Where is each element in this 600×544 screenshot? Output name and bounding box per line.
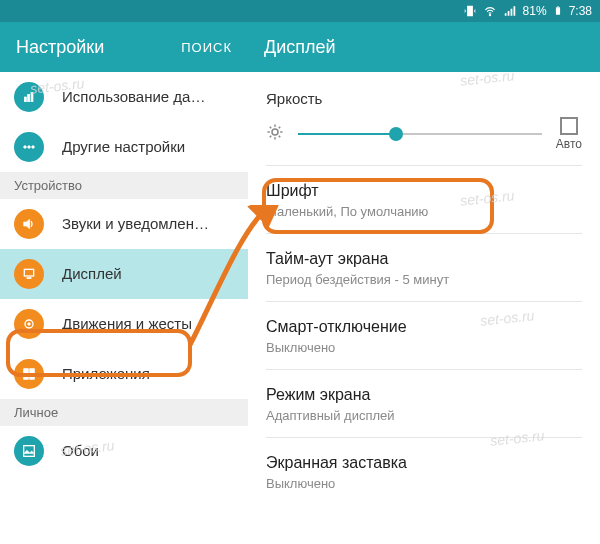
display-icon: [14, 259, 44, 289]
row-sub: Адаптивный дисплей: [266, 408, 582, 423]
sidebar-item-label: Другие настройки: [62, 138, 185, 155]
sidebar-item-sounds[interactable]: Звуки и уведомлен…: [0, 199, 248, 249]
svg-rect-3: [24, 97, 26, 102]
row-title: Режим экрана: [266, 386, 582, 404]
apps-icon: [14, 359, 44, 389]
row-sub: Маленький, По умолчанию: [266, 204, 582, 219]
sidebar-item-label: Обои: [62, 442, 99, 459]
svg-rect-2: [557, 6, 559, 7]
row-sub: Период бездействия - 5 минут: [266, 272, 582, 287]
settings-header: Настройки ПОИСК: [0, 22, 248, 72]
svg-rect-15: [24, 374, 29, 379]
settings-list: Использование да… Другие настройки Устро…: [0, 72, 248, 544]
sidebar-item-display[interactable]: Дисплей: [0, 249, 248, 299]
bars-icon: [14, 82, 44, 112]
sidebar-item-wallpaper[interactable]: Обои: [0, 426, 248, 476]
sidebar-item-data-usage[interactable]: Использование да…: [0, 72, 248, 122]
dots-icon: [14, 132, 44, 162]
status-bar: 81% 7:38: [0, 0, 600, 22]
sidebar-item-label: Движения и жесты: [62, 315, 192, 332]
brightness-slider[interactable]: [298, 124, 542, 144]
svg-point-12: [28, 322, 31, 325]
svg-rect-4: [28, 94, 30, 101]
sidebar-item-apps[interactable]: Приложения: [0, 349, 248, 399]
battery-icon: [553, 4, 563, 18]
display-header: Дисплей: [248, 22, 600, 72]
svg-point-8: [32, 145, 35, 148]
battery-percent: 81%: [523, 4, 547, 18]
display-title: Дисплей: [264, 37, 336, 58]
row-sub: Выключено: [266, 476, 582, 491]
row-title: Смарт-отключение: [266, 318, 582, 336]
row-timeout[interactable]: Тайм-аут экрана Период бездействия - 5 м…: [266, 234, 582, 302]
settings-title: Настройки: [16, 37, 104, 58]
svg-rect-16: [30, 374, 35, 379]
search-button[interactable]: ПОИСК: [181, 40, 232, 55]
svg-point-7: [28, 145, 31, 148]
row-title: Тайм-аут экрана: [266, 250, 582, 268]
row-screen-mode[interactable]: Режим экрана Адаптивный дисплей: [266, 370, 582, 438]
svg-rect-14: [30, 368, 35, 373]
svg-point-6: [24, 145, 27, 148]
brightness-row: Яркость Авто: [266, 72, 582, 166]
svg-rect-10: [27, 277, 31, 278]
clock: 7:38: [569, 4, 592, 18]
vibrate-icon: [463, 4, 477, 18]
row-smart-stay[interactable]: Смарт-отключение Выключено: [266, 302, 582, 370]
sidebar-item-more[interactable]: Другие настройки: [0, 122, 248, 172]
sidebar-item-label: Дисплей: [62, 265, 122, 282]
sidebar-item-label: Использование да…: [62, 88, 205, 105]
auto-brightness-checkbox[interactable]: [560, 117, 578, 135]
sidebar-item-label: Приложения: [62, 365, 150, 382]
row-font[interactable]: Шрифт Маленький, По умолчанию: [266, 166, 582, 234]
sidebar-item-label: Звуки и уведомлен…: [62, 215, 209, 232]
row-title: Экранная заставка: [266, 454, 582, 472]
row-title: Шрифт: [266, 182, 582, 200]
category-device: Устройство: [0, 172, 248, 199]
svg-rect-9: [24, 269, 33, 276]
svg-point-18: [272, 129, 278, 135]
svg-rect-5: [31, 92, 33, 101]
row-sub: Выключено: [266, 340, 582, 355]
wifi-icon: [483, 4, 497, 18]
row-screensaver[interactable]: Экранная заставка Выключено: [266, 438, 582, 505]
signal-icon: [503, 4, 517, 18]
svg-point-0: [489, 15, 490, 16]
sidebar-item-motion[interactable]: Движения и жесты: [0, 299, 248, 349]
svg-rect-13: [24, 368, 29, 373]
svg-rect-1: [556, 7, 560, 15]
brightness-label: Яркость: [266, 90, 582, 107]
category-personal: Личное: [0, 399, 248, 426]
svg-rect-17: [24, 445, 35, 456]
sun-icon: [266, 123, 284, 145]
image-icon: [14, 436, 44, 466]
auto-label: Авто: [556, 137, 582, 151]
motion-icon: [14, 309, 44, 339]
speaker-icon: [14, 209, 44, 239]
